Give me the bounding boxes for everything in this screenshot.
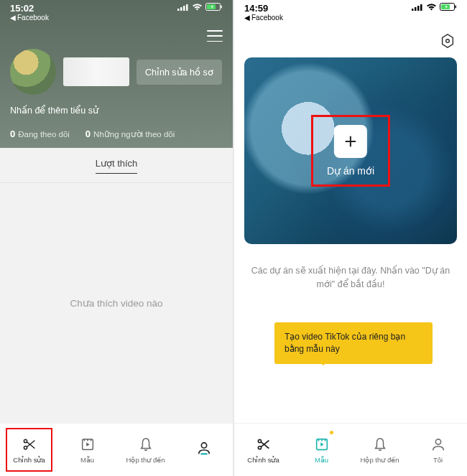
avatar[interactable] [10,49,56,95]
svg-rect-3 [186,4,188,11]
tab-row: Lượt thích [0,148,233,183]
signal-icon [412,4,423,11]
svg-point-36 [435,439,440,444]
person-icon [430,437,446,454]
svg-point-29 [258,446,261,449]
svg-line-10 [27,440,34,447]
svg-rect-0 [177,9,180,11]
svg-rect-20 [420,4,422,11]
nav-edit[interactable]: Chỉnh sửa [0,424,58,476]
notification-dot [330,431,333,434]
svg-point-8 [24,446,27,449]
tab-likes[interactable]: Lượt thích [96,158,138,174]
nav-edit[interactable]: Chỉnh sửa [234,424,292,476]
bio-prompt[interactable]: Nhấn để thêm tiểu sử [10,105,223,116]
wifi-icon [426,3,437,11]
template-tooltip: Tạo video TikTok của riêng bạn bằng mẫu … [274,322,433,364]
following-stat[interactable]: 0Đang theo dõi [10,129,70,139]
svg-marker-24 [443,34,453,47]
nav-label: Mẫu [80,456,94,464]
nav-inbox[interactable]: Hộp thư đến [351,424,409,476]
template-icon [314,437,330,454]
nav-me[interactable]: Tôi [409,424,467,476]
signal-icon [177,4,189,11]
svg-point-15 [201,443,206,448]
svg-rect-23 [456,6,457,9]
scissors-icon [256,437,272,454]
svg-rect-6 [221,6,223,9]
projects-hint: Các dự án sẽ xuất hiện tại đây. Nhấn vào… [234,244,467,291]
bell-icon [138,437,154,454]
profile-header: 15:02 ◀ Facebook Chỉnh sửa hồ sơ Nhấn để… [0,0,233,148]
username-card [63,57,129,86]
svg-rect-1 [180,7,182,11]
projects-screen: 14:59 ◀ Facebook Dự án mới [234,0,467,476]
status-icons [177,3,223,11]
settings-icon[interactable] [440,33,456,49]
status-bar: 14:59 ◀ Facebook [244,0,457,27]
nav-label: Tôi [433,456,443,464]
svg-point-7 [24,439,27,442]
status-time: 14:59 [244,3,283,14]
empty-text: Chưa thích video nào [70,297,162,309]
svg-point-28 [258,439,261,442]
nav-label: Chỉnh sửa [247,456,279,464]
svg-line-31 [261,440,269,447]
new-project-card[interactable]: Dự án mới [244,57,457,244]
empty-state: Chưa thích video nào [0,183,233,423]
status-bar: 15:02 ◀ Facebook [10,0,223,27]
followers-stat[interactable]: 0Những người theo dõi [85,129,175,139]
bottom-nav: Chỉnh sửa Mẫu Hộp thư đến Tôi [234,423,467,476]
nav-template[interactable]: Mẫu [292,424,351,476]
wifi-icon [192,3,203,11]
profile-screen: 15:02 ◀ Facebook Chỉnh sửa hồ sơ Nhấn để… [0,0,233,476]
status-back-facebook[interactable]: ◀ Facebook [10,14,49,22]
edit-profile-button[interactable]: Chỉnh sửa hồ sơ [137,60,222,85]
scissors-icon [22,437,37,454]
nav-label: Hộp thư đến [361,456,399,464]
person-icon [196,440,212,457]
battery-icon [205,3,223,11]
template-icon [80,437,96,454]
svg-rect-2 [183,6,185,11]
svg-rect-18 [415,7,417,11]
svg-line-30 [261,442,269,448]
bottom-nav: Chỉnh sửa Mẫu Hộp thư đến [0,423,233,476]
status-icons [412,3,457,11]
svg-rect-17 [412,9,414,11]
bell-icon [372,437,388,454]
nav-label: Hộp thư đến [126,456,165,464]
menu-icon[interactable] [207,30,223,42]
highlight-box [311,115,390,187]
nav-inbox[interactable]: Hộp thư đến [116,424,175,476]
svg-point-25 [446,39,450,43]
svg-rect-19 [417,6,420,11]
status-time: 15:02 [10,3,49,14]
svg-line-9 [27,442,34,448]
battery-icon [440,3,457,11]
status-back-facebook[interactable]: ◀ Facebook [244,14,283,22]
nav-me[interactable] [175,424,233,476]
nav-label: Chỉnh sửa [13,456,45,464]
nav-template[interactable]: Mẫu [58,424,116,476]
nav-label: Mẫu [315,456,328,464]
